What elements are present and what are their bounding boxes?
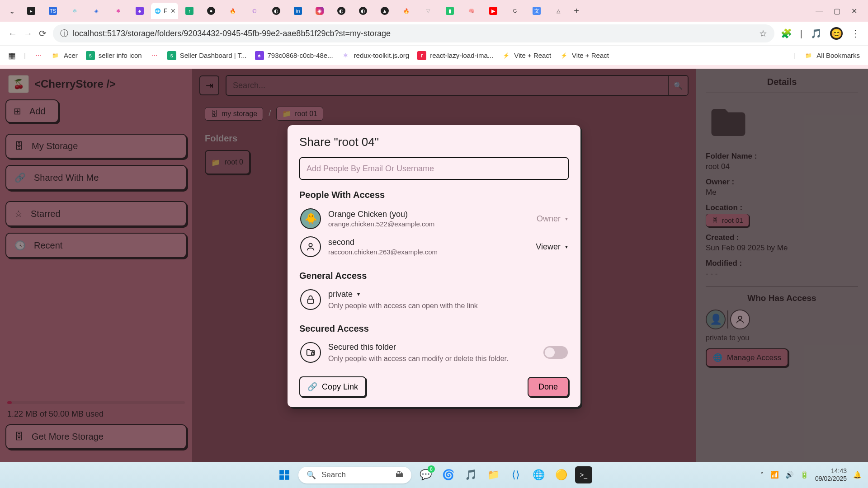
browser-tab[interactable]: 🔥 <box>222 3 243 19</box>
browser-tab[interactable]: ▽ <box>418 3 439 19</box>
url-text: localhost:5173/storage/folders/92034432-… <box>73 29 391 38</box>
svg-rect-2 <box>308 299 314 303</box>
browser-tab[interactable]: ▶ <box>483 3 504 19</box>
person-name: second <box>328 238 528 247</box>
bookmark-item[interactable]: 📁Acer <box>51 51 78 60</box>
media-icon[interactable]: 🎵 <box>811 28 822 39</box>
tray-expand-icon[interactable]: ˄ <box>760 471 764 479</box>
url-input[interactable]: ⓘ localhost:5173/storage/folders/9203443… <box>53 24 774 42</box>
wifi-icon[interactable]: 📶 <box>770 471 779 479</box>
browser-tab[interactable]: ❄ <box>64 3 85 19</box>
avatar <box>300 236 321 257</box>
avatar: 🐥 <box>300 208 321 229</box>
maximize-icon[interactable]: ▢ <box>834 7 840 15</box>
browser-tab[interactable]: ◉ <box>309 3 330 19</box>
role-selector[interactable]: Viewer▾ <box>536 242 568 252</box>
whatsapp-icon[interactable]: 💬8 <box>417 466 434 483</box>
svg-point-1 <box>309 244 312 247</box>
svg-rect-3 <box>311 353 314 355</box>
secured-toggle[interactable] <box>543 346 568 359</box>
browser-tab[interactable]: ◐ <box>331 3 352 19</box>
copilot-icon[interactable]: 🌀 <box>439 466 457 483</box>
browser-tab[interactable]: ◐ <box>353 3 373 19</box>
reload-button[interactable]: ⟳ <box>39 28 47 39</box>
bookmark-item[interactable]: ⚡Vite + React <box>501 51 551 60</box>
browser-tab[interactable]: 文 <box>526 3 547 19</box>
site-info-icon[interactable]: ⓘ <box>60 28 68 39</box>
people-with-access-heading: People With Access <box>299 190 569 200</box>
tab-dropdown[interactable]: ⌄ <box>4 7 20 15</box>
clock[interactable]: 14:43 09/02/2025 <box>815 467 847 483</box>
chrome-canary-icon[interactable]: 🟡 <box>552 466 570 483</box>
terminal-icon[interactable]: >_ <box>575 466 592 483</box>
close-icon[interactable]: ✕ <box>170 7 176 14</box>
general-access-row: private▾ Only people with access can ope… <box>299 286 569 314</box>
browser-tab[interactable]: G <box>505 3 525 19</box>
browser-tab[interactable]: ▸ <box>21 3 42 19</box>
tiktok-icon[interactable]: 🎵 <box>462 466 479 483</box>
add-people-input[interactable] <box>299 157 569 180</box>
chevron-down-icon: ▾ <box>565 216 568 222</box>
role-selector[interactable]: Owner▾ <box>537 214 568 224</box>
browser-tab[interactable]: ▲ <box>374 3 395 19</box>
browser-tab[interactable]: ♠ <box>129 3 150 19</box>
bookmark-item[interactable]: ⚛redux-toolkit.js.org <box>341 51 410 60</box>
dialog-title: Share "root 04" <box>299 135 569 149</box>
bookmark-item[interactable]: ♠793c0868-c0cb-48e... <box>255 51 333 60</box>
bookmark-star-icon[interactable]: ☆ <box>759 28 767 39</box>
vscode-icon[interactable]: ⟨⟩ <box>507 466 524 483</box>
browser-tab[interactable]: ◈ <box>86 3 107 19</box>
browser-tab[interactable]: ● <box>201 3 222 19</box>
browser-tab[interactable]: 🧠 <box>461 3 482 19</box>
browser-tab[interactable]: r <box>179 3 200 19</box>
chrome-icon[interactable]: 🌐 <box>530 466 547 483</box>
taskbar-search[interactable]: 🔍Search🏔 <box>298 467 411 483</box>
bookmark-item[interactable]: sSeller Dashboard | T... <box>167 51 247 60</box>
bookmark-item[interactable]: ⋯ <box>150 51 159 60</box>
browser-tab[interactable]: in <box>288 3 308 19</box>
volume-icon[interactable]: 🔊 <box>785 471 794 479</box>
bookmark-item[interactable]: rreact-lazy-load-ima... <box>417 51 493 60</box>
browser-tab[interactable]: ◐ <box>266 3 287 19</box>
app-area: 🍒 <CherryStore /> ⊞ Add 🗄My Storage 🔗Sha… <box>0 69 868 462</box>
browser-tab[interactable]: ▮ <box>439 3 460 19</box>
bookmark-item[interactable]: sseller info icon <box>86 51 142 60</box>
back-button[interactable]: ← <box>8 28 17 39</box>
address-bar: ← → ⟳ ⓘ localhost:5173/storage/folders/9… <box>0 22 868 45</box>
svg-rect-7 <box>285 475 289 480</box>
minimize-icon[interactable]: — <box>816 7 823 15</box>
browser-tab[interactable]: ⌬ <box>244 3 265 19</box>
profile-avatar[interactable]: 😊 <box>830 27 843 40</box>
folder-lock-icon <box>300 342 321 363</box>
all-bookmarks[interactable]: |📁All Bookmarks <box>794 51 860 60</box>
close-window-icon[interactable]: ✕ <box>851 7 857 15</box>
search-icon: 🔍 <box>307 470 316 480</box>
browser-tab-active[interactable]: 🌐F✕ <box>151 3 178 19</box>
browser-tab[interactable]: 🔥 <box>396 3 417 19</box>
extensions-icon[interactable]: 🧩 <box>781 28 792 39</box>
start-button[interactable] <box>276 466 293 483</box>
browser-tab[interactable]: TS <box>42 3 63 19</box>
bookmark-bar: ▦ | ⋯ 📁Acer sseller info icon ⋯ sSeller … <box>0 45 868 65</box>
bookmark-item[interactable]: ⋯ <box>34 51 43 60</box>
person-name: Orange Chicken (you) <box>328 210 529 219</box>
browser-tab[interactable]: △ <box>548 3 569 19</box>
secured-access-heading: Secured Access <box>299 324 569 334</box>
person-email: orange.chicken.522@example.com <box>328 220 529 228</box>
general-access-mode[interactable]: private▾ <box>328 290 568 299</box>
browser-tab[interactable]: ✱ <box>108 3 128 19</box>
notifications-icon[interactable]: 🔔 <box>853 471 862 479</box>
apps-icon[interactable]: ▦ <box>8 51 16 61</box>
bookmark-item[interactable]: ⚡Vite + React <box>559 51 609 60</box>
menu-icon[interactable]: ⋮ <box>851 28 860 39</box>
file-explorer-icon[interactable]: 📁 <box>485 466 502 483</box>
forward-button[interactable]: → <box>24 28 33 39</box>
copy-link-button[interactable]: 🔗Copy Link <box>299 376 366 397</box>
new-tab-button[interactable]: + <box>570 6 583 16</box>
browser-chrome: ⌄ ▸ TS ❄ ◈ ✱ ♠ 🌐F✕ r ● 🔥 ⌬ ◐ in ◉ ◐ ◐ ▲ … <box>0 0 868 69</box>
svg-rect-5 <box>285 470 289 474</box>
svg-rect-4 <box>279 470 284 474</box>
done-button[interactable]: Done <box>528 377 569 397</box>
general-access-heading: General Access <box>299 271 569 281</box>
battery-icon[interactable]: 🔋 <box>800 471 809 479</box>
